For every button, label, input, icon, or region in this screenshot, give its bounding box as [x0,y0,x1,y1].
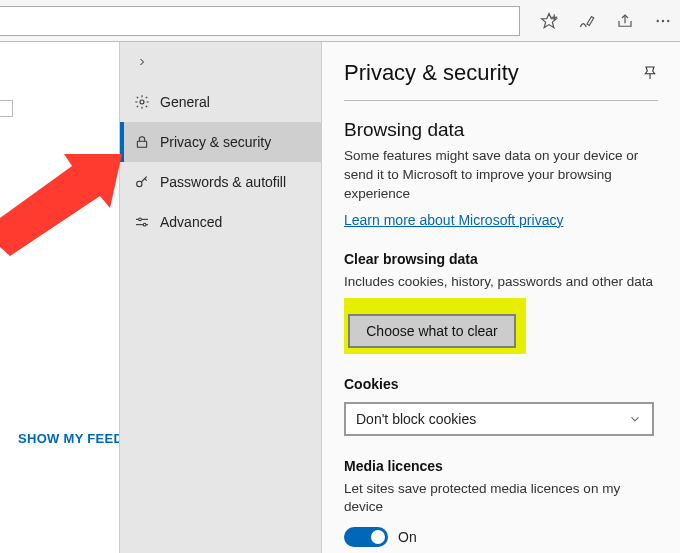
media-licences-toggle-label: On [398,529,417,545]
sidebar-item-general[interactable]: General [120,82,321,122]
sidebar-item-label: Passwords & autofill [160,174,286,190]
choose-what-to-clear-button[interactable]: Choose what to clear [348,314,516,348]
settings-main-panel: Privacy & security Browsing data Some fe… [321,42,680,553]
browsing-data-heading: Browsing data [344,119,658,141]
sidebar-item-privacy-security[interactable]: Privacy & security [120,122,321,162]
svg-point-7 [140,100,144,104]
svg-point-12 [139,218,142,221]
key-icon [134,174,150,190]
svg-point-4 [657,20,659,22]
privacy-learn-more-link[interactable]: Learn more about Microsoft privacy [344,212,563,228]
cookies-select-value: Don't block cookies [356,411,476,427]
show-my-feed-link[interactable]: SHOW MY FEED [18,431,123,446]
svg-point-9 [137,181,142,186]
media-licences-desc: Let sites save protected media licences … [344,480,658,518]
address-bar[interactable] [0,6,520,36]
annotation-highlight: Choose what to clear [344,298,526,354]
sliders-icon [134,214,150,230]
cookies-select[interactable]: Don't block cookies [344,402,654,436]
media-licences-heading: Media licences [344,458,658,474]
svg-rect-8 [137,141,146,147]
gear-icon [134,94,150,110]
sidebar-item-label: General [160,94,210,110]
settings-sidebar: General Privacy & security Passwords & a… [119,42,321,553]
sidebar-item-passwords-autofill[interactable]: Passwords & autofill [120,162,321,202]
share-icon[interactable] [616,12,634,30]
favorites-icon[interactable] [540,12,558,30]
svg-point-6 [667,20,669,22]
pin-icon[interactable] [642,65,658,81]
top-toolbar [0,0,680,42]
svg-point-13 [143,223,146,226]
toolbar-icons [540,0,672,42]
lock-icon [134,134,150,150]
media-licences-toggle[interactable] [344,527,388,547]
sidebar-item-label: Advanced [160,214,222,230]
sidebar-item-label: Privacy & security [160,134,271,150]
page-box-fragment [0,100,13,117]
back-button[interactable] [120,42,321,82]
chevron-down-icon [628,412,642,426]
page-title: Privacy & security [344,60,519,86]
browsing-data-desc: Some features might save data on your de… [344,147,658,204]
clear-data-heading: Clear browsing data [344,251,658,267]
more-icon[interactable] [654,12,672,30]
sidebar-item-advanced[interactable]: Advanced [120,202,321,242]
inking-icon[interactable] [578,12,596,30]
cookies-heading: Cookies [344,376,658,392]
page-background: SHOW MY FEED [0,42,120,552]
svg-point-5 [662,20,664,22]
clear-data-desc: Includes cookies, history, passwords and… [344,273,658,292]
